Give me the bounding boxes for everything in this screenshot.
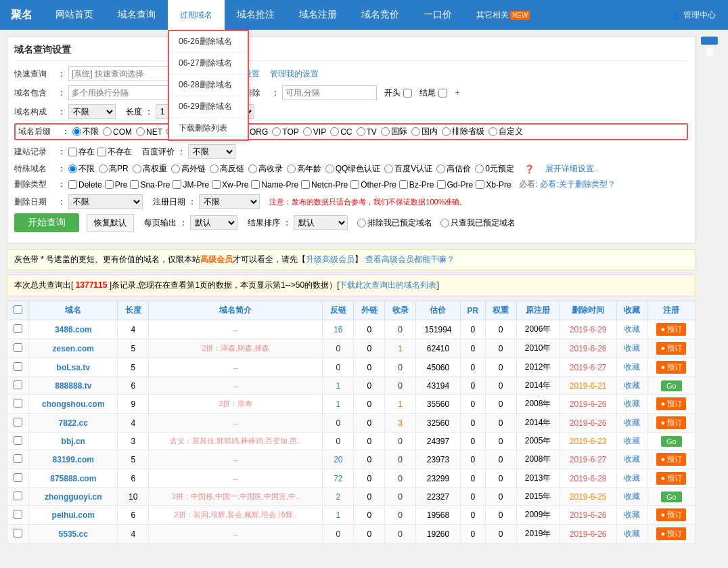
- collect-link[interactable]: 收藏: [624, 324, 640, 334]
- exclude-input[interactable]: [282, 85, 377, 100]
- row-checkbox[interactable]: [14, 324, 22, 333]
- collect-link[interactable]: 收藏: [624, 399, 640, 408]
- nav-grab[interactable]: 域名抢注: [225, 0, 287, 30]
- only-preorder-radio[interactable]: 只查我已预定域名: [440, 217, 516, 229]
- special-highpr[interactable]: 高PR: [99, 163, 129, 175]
- collect-link[interactable]: 收藏: [624, 510, 640, 519]
- dropdown-item-0[interactable]: 06-26删除域名: [169, 31, 248, 53]
- go-btn[interactable]: Go: [661, 436, 682, 447]
- dropdown-item-3[interactable]: 06-29删除域名: [169, 96, 248, 118]
- special-highoutlink[interactable]: 高外链: [171, 163, 206, 175]
- domain-link[interactable]: boLsa.tv: [57, 363, 90, 372]
- manage-settings-link[interactable]: 管理我的设置: [270, 68, 319, 80]
- collect-link[interactable]: 收藏: [624, 362, 640, 372]
- tld-radio-cn2[interactable]: 国内: [411, 126, 438, 137]
- row-checkbox[interactable]: [14, 399, 22, 408]
- domain-link[interactable]: 888888.tv: [55, 381, 91, 391]
- row-checkbox[interactable]: [14, 529, 22, 538]
- domain-link[interactable]: zhongguoyi.cn: [45, 492, 102, 502]
- domain-link[interactable]: 875888.com: [50, 474, 96, 483]
- row-checkbox[interactable]: [14, 510, 22, 519]
- del-namepre[interactable]: Name-Pre: [251, 180, 298, 190]
- site-notexist-check[interactable]: 不存在: [97, 146, 132, 158]
- del-netcnpre[interactable]: Netcn-Pre: [301, 180, 348, 190]
- structure-select[interactable]: 不限: [68, 104, 116, 119]
- del-otherpre[interactable]: Other-Pre: [350, 180, 396, 190]
- collect-link[interactable]: 收藏: [624, 529, 640, 538]
- special-highage[interactable]: 高年龄: [287, 163, 321, 175]
- domain-link[interactable]: bbj.cn: [62, 437, 85, 446]
- preorder-btn[interactable]: ● 预订: [656, 416, 686, 429]
- collect-link[interactable]: 收藏: [624, 436, 640, 445]
- preorder-btn[interactable]: ● 预订: [656, 397, 686, 410]
- domain-link[interactable]: peihui.com: [52, 510, 95, 520]
- tld-radio-top[interactable]: TOP: [272, 127, 298, 137]
- row-checkbox[interactable]: [14, 418, 22, 427]
- del-pre[interactable]: Pre: [105, 180, 128, 190]
- nav-register[interactable]: 域名注册: [287, 0, 349, 30]
- nav-other[interactable]: 其它相关 NEW: [464, 0, 542, 30]
- tld-radio-vip[interactable]: VIP: [303, 127, 326, 137]
- row-checkbox[interactable]: [14, 473, 22, 482]
- row-checkbox[interactable]: [14, 380, 22, 389]
- domain-link[interactable]: zesen.com: [53, 344, 94, 353]
- preorder-btn[interactable]: ● 预订: [656, 323, 686, 336]
- del-snapre[interactable]: Sna-Pre: [130, 180, 170, 190]
- tld-radio-cc[interactable]: CC: [330, 127, 352, 137]
- nav-expired[interactable]: 过期域名 06-26删除域名 06-27删除域名 06-28删除域名 06-29…: [168, 0, 225, 30]
- exclude-preorder-radio[interactable]: 排除我已预定域名: [357, 217, 432, 229]
- special-highbacklink[interactable]: 高反链: [210, 163, 244, 175]
- sort-select[interactable]: 默认: [294, 215, 348, 230]
- preorder-btn[interactable]: ● 预订: [656, 472, 686, 485]
- tld-radio-unlimited[interactable]: 不限: [72, 126, 99, 137]
- dropdown-item-4[interactable]: 下载删除列表: [169, 118, 248, 139]
- special-baiduvip[interactable]: 百度V认证: [384, 163, 432, 175]
- nav-auction[interactable]: 域名竞价: [349, 0, 411, 30]
- row-checkbox[interactable]: [14, 343, 22, 352]
- del-bzpre[interactable]: Bz-Pre: [399, 180, 434, 190]
- per-page-select[interactable]: 默认50100: [190, 215, 237, 230]
- tld-radio-net[interactable]: NET: [136, 127, 162, 137]
- special-unlimited[interactable]: 不限: [68, 163, 95, 175]
- start-checkbox[interactable]: [403, 89, 412, 97]
- go-btn[interactable]: Go: [661, 491, 682, 502]
- collect-link[interactable]: 收藏: [624, 491, 640, 501]
- plus-btn2[interactable]: +: [455, 88, 460, 97]
- reset-btn[interactable]: 恢复默认: [87, 214, 134, 232]
- delete-date-select[interactable]: 不限: [68, 194, 143, 209]
- special-highprice[interactable]: 高估价: [436, 163, 471, 175]
- domain-link[interactable]: 7822.cc: [59, 418, 88, 428]
- delete-type-help-link[interactable]: 必看:关于删除类型？: [540, 179, 615, 190]
- select-all-checkbox[interactable]: [14, 305, 22, 314]
- preorder-btn[interactable]: ● 预订: [656, 361, 686, 374]
- download-link[interactable]: 下载此次查询出的域名列表: [339, 280, 436, 290]
- special-qqgreen[interactable]: QQ绿色认证: [325, 163, 381, 175]
- tld-radio-intl[interactable]: 国际: [381, 126, 407, 137]
- baidu-select[interactable]: 不限: [188, 144, 235, 159]
- expand-settings-link[interactable]: 展开详细设置..: [545, 163, 599, 175]
- collect-link[interactable]: 收藏: [624, 454, 640, 464]
- nav-admin[interactable]: 👤 管理中心: [658, 9, 728, 21]
- tld-radio-noprov[interactable]: 排除省级: [442, 126, 484, 137]
- row-checkbox[interactable]: [14, 454, 22, 463]
- question-icon[interactable]: ❓: [524, 165, 534, 174]
- collect-link[interactable]: 收藏: [624, 343, 640, 353]
- collect-link[interactable]: 收藏: [624, 380, 640, 390]
- qa-badge[interactable]: 有问必答: [701, 37, 718, 45]
- row-checkbox[interactable]: [14, 491, 22, 500]
- row-checkbox[interactable]: [14, 362, 22, 371]
- preorder-btn[interactable]: ● 预订: [656, 527, 686, 540]
- tld-radio-tv[interactable]: TV: [357, 127, 377, 137]
- preorder-btn[interactable]: ● 预订: [656, 508, 686, 521]
- del-jmpre[interactable]: JM-Pre: [173, 180, 209, 190]
- del-xwpre[interactable]: Xw-Pre: [212, 180, 248, 190]
- domain-link[interactable]: 83199.com: [53, 455, 94, 464]
- del-delete[interactable]: Delete: [68, 180, 102, 190]
- vip-features-link[interactable]: 查看高级会员都能干嘛？: [365, 255, 455, 264]
- nav-query[interactable]: 域名查询: [106, 0, 168, 30]
- nav-fixedprice[interactable]: 一口价: [411, 0, 464, 30]
- dropdown-item-2[interactable]: 06-28删除域名: [169, 74, 248, 96]
- nav-home[interactable]: 网站首页: [43, 0, 106, 30]
- special-highindexed[interactable]: 高收录: [248, 163, 283, 175]
- tld-radio-com[interactable]: COM: [103, 127, 132, 137]
